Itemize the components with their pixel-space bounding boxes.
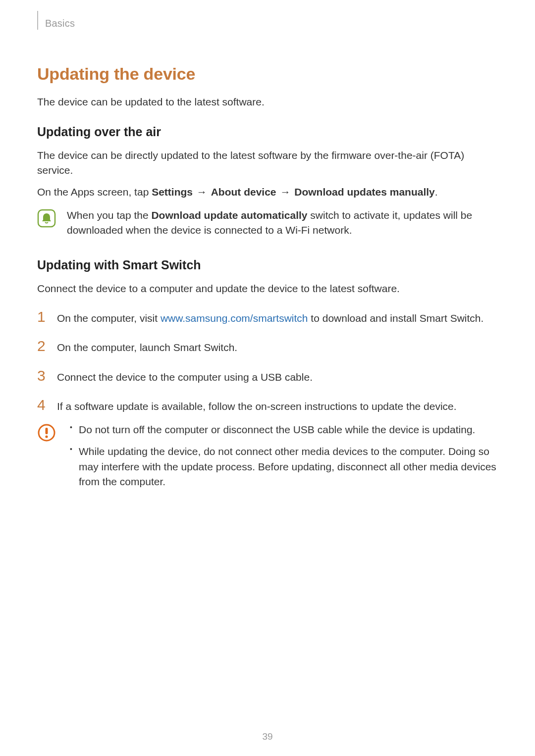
header-rule <box>37 11 38 30</box>
note-bold: Download update automatically <box>151 209 307 221</box>
step-4: 4 If a software update is available, fol… <box>37 398 498 414</box>
svg-point-3 <box>45 435 48 438</box>
nav-step-settings: Settings <box>152 186 193 198</box>
step-4-text: If a software update is available, follo… <box>57 399 457 414</box>
step-number: 3 <box>37 368 48 383</box>
nav-suffix: . <box>435 186 438 198</box>
smartswitch-intro: Connect the device to a computer and upd… <box>37 281 498 296</box>
svg-rect-2 <box>46 428 48 434</box>
smartswitch-link[interactable]: www.samsung.com/smartswitch <box>160 312 308 324</box>
page-number: 39 <box>262 731 272 742</box>
nav-step-about: About device <box>211 186 276 198</box>
step-1-prefix: On the computer, visit <box>57 312 160 324</box>
arrow-icon: → <box>279 186 291 198</box>
ota-body: The device can be directly updated to th… <box>37 148 498 177</box>
note-prefix: When you tap the <box>67 209 151 221</box>
arrow-icon: → <box>196 186 208 198</box>
section-name: Basics <box>45 15 75 34</box>
step-2: 2 On the computer, launch Smart Switch. <box>37 339 498 355</box>
step-number: 2 <box>37 339 48 353</box>
steps-list: 1 On the computer, visit www.samsung.com… <box>37 309 498 414</box>
step-3: 3 Connect the device to the computer usi… <box>37 368 498 385</box>
step-1-text: On the computer, visit www.samsung.com/s… <box>57 311 483 326</box>
note-block: When you tap the Download update automat… <box>37 208 498 238</box>
step-number: 1 <box>37 309 48 324</box>
page-title: Updating the device <box>37 64 498 84</box>
caution-item-1: Do not turn off the computer or disconne… <box>67 422 498 437</box>
step-1: 1 On the computer, visit www.samsung.com… <box>37 309 498 326</box>
step-3-text: Connect the device to the computer using… <box>57 370 313 385</box>
nav-step-download: Download updates manually <box>294 186 435 198</box>
note-text: When you tap the Download update automat… <box>67 208 498 238</box>
caution-icon <box>37 423 56 442</box>
ota-nav-path: On the Apps screen, tap Settings → About… <box>37 184 498 200</box>
bell-note-icon <box>37 209 56 228</box>
step-1-suffix: to download and install Smart Switch. <box>308 312 484 324</box>
step-number: 4 <box>37 398 48 412</box>
ota-heading: Updating over the air <box>37 125 498 139</box>
step-2-text: On the computer, launch Smart Switch. <box>57 340 237 355</box>
caution-list: Do not turn off the computer or disconne… <box>67 422 498 497</box>
intro-text: The device can be updated to the latest … <box>37 95 498 109</box>
page-header: Basics <box>37 15 498 34</box>
caution-block: Do not turn off the computer or disconne… <box>37 422 498 497</box>
nav-prefix: On the Apps screen, tap <box>37 186 152 198</box>
caution-item-2: While updating the device, do not connec… <box>67 444 498 489</box>
smartswitch-heading: Updating with Smart Switch <box>37 258 498 272</box>
